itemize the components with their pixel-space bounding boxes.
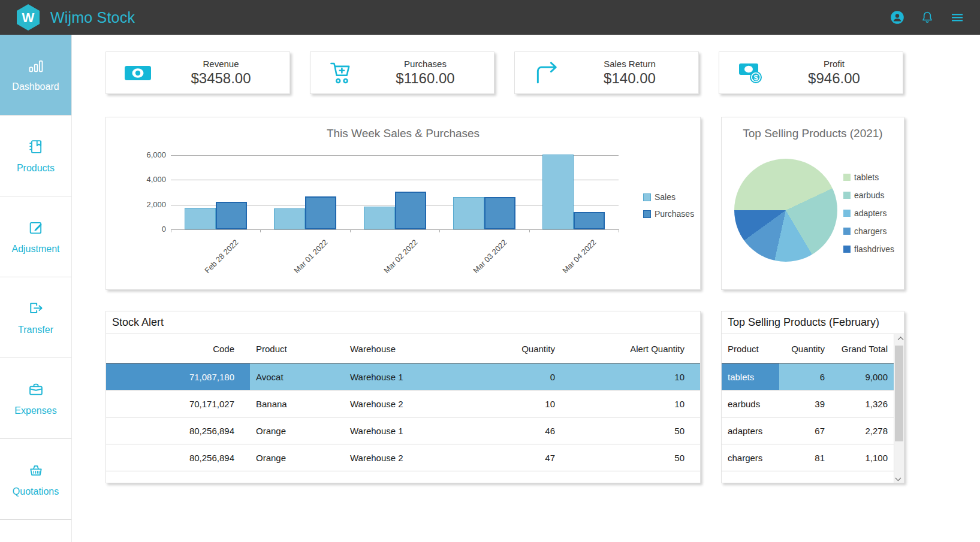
- table-cell[interactable]: 71,087,180: [106, 364, 250, 390]
- kpi-row: Revenue$3458.00Purchases$1160.00Sales Re…: [105, 52, 980, 94]
- sidebar-item-label: Quotations: [13, 486, 59, 497]
- table-cell[interactable]: 80,256,894: [106, 453, 250, 463]
- kpi-value: $3458.00: [191, 70, 251, 87]
- wijmo-logo-icon: W: [16, 4, 41, 31]
- sidebar-item-label: Transfer: [18, 325, 53, 335]
- sidebar-item-products[interactable]: Products: [0, 116, 71, 196]
- table-cell[interactable]: 50: [571, 426, 700, 436]
- legend-swatch: [643, 210, 651, 218]
- legend-swatch: [643, 193, 651, 201]
- quotations-icon: [28, 462, 44, 481]
- sidebar-item-label: Dashboard: [12, 81, 59, 92]
- table-row[interactable]: earbuds391,326: [722, 390, 894, 417]
- table-cell[interactable]: 47: [449, 453, 571, 463]
- table-cell[interactable]: Warehouse 2: [344, 453, 449, 463]
- table-header-row: CodeProductWarehouseQuantityAlert Quanti…: [106, 334, 700, 364]
- column-header-product[interactable]: Product: [250, 344, 344, 354]
- table-cell[interactable]: 9,000: [831, 364, 894, 390]
- hamburger-menu-icon[interactable]: [950, 10, 964, 25]
- sidebar-item-transfer[interactable]: Transfer: [0, 277, 71, 358]
- table-cell[interactable]: 10: [449, 399, 571, 409]
- charts-row: This Week Sales & Purchases 6,0004,0002,…: [105, 117, 980, 290]
- column-header-code[interactable]: Code: [106, 344, 250, 354]
- app-root: W Wijmo Stock: [0, 0, 980, 542]
- table-cell[interactable]: Avocat: [250, 364, 344, 390]
- x-axis-category-label: Feb 28 2022: [170, 238, 240, 308]
- table-row[interactable]: 80,256,894OrangeWarehouse 24750: [106, 444, 700, 471]
- legend-item-earbuds: earbuds: [843, 190, 894, 200]
- table-cell[interactable]: 10: [571, 364, 700, 390]
- table-row[interactable]: chargers811,100: [722, 444, 894, 471]
- sidebar-item-adjustment[interactable]: Adjustment: [0, 196, 71, 277]
- vertical-scrollbar[interactable]: [894, 334, 904, 483]
- column-header-warehouse[interactable]: Warehouse: [344, 344, 449, 354]
- column-header-alert-quantity[interactable]: Alert Quantity: [571, 344, 700, 354]
- adjustment-icon: [28, 219, 44, 238]
- legend-swatch: [843, 174, 851, 181]
- table-cell[interactable]: adapters: [722, 426, 779, 436]
- table-cell[interactable]: 0: [449, 364, 571, 390]
- table-cell[interactable]: 67: [779, 426, 831, 436]
- sidebar-item-dashboard[interactable]: Dashboard: [0, 35, 71, 116]
- legend-swatch: [843, 246, 851, 253]
- sidebar-item-label: Products: [17, 163, 55, 174]
- column-header-product[interactable]: Product: [722, 344, 779, 354]
- table-row[interactable]: 70,171,027BananaWarehouse 21010: [106, 390, 700, 417]
- table-title: Stock Alert: [106, 311, 700, 334]
- main-content: Revenue$3458.00Purchases$1160.00Sales Re…: [72, 35, 980, 542]
- svg-text:$: $: [753, 73, 758, 81]
- kpi-value: $1160.00: [396, 70, 454, 87]
- scrollbar-thumb[interactable]: [895, 346, 903, 441]
- table-cell[interactable]: earbuds: [722, 399, 779, 409]
- table-row[interactable]: tablets69,000: [722, 364, 894, 390]
- table-title: Top Selling Products (February): [722, 311, 904, 334]
- table-cell[interactable]: 1,100: [831, 453, 894, 463]
- column-header-grand-total[interactable]: Grand Total: [831, 344, 894, 354]
- notifications-bell-icon[interactable]: [920, 10, 934, 25]
- sidebar-item-label: Adjustment: [11, 244, 59, 255]
- svg-text:W: W: [22, 10, 35, 25]
- x-axis-tick: [260, 229, 261, 232]
- y-axis-tick-label: 0: [129, 225, 166, 234]
- table-cell[interactable]: 39: [779, 399, 831, 409]
- scrollbar-up-button[interactable]: [894, 334, 904, 344]
- table-cell[interactable]: 10: [571, 399, 700, 409]
- table-cell[interactable]: Warehouse 1: [344, 364, 449, 390]
- table-cell[interactable]: 81: [779, 453, 831, 463]
- column-header-quantity[interactable]: Quantity: [449, 344, 571, 354]
- table-cell[interactable]: 46: [449, 426, 571, 436]
- bar-sales-mar-04-2022: [542, 155, 574, 229]
- table-row[interactable]: adapters672,278: [722, 417, 894, 444]
- kpi-card-profit: $Profit$946.00: [719, 52, 903, 94]
- table-row[interactable]: 80,256,894OrangeWarehouse 14650: [106, 417, 700, 444]
- scrollbar-down-button[interactable]: [894, 473, 904, 483]
- table-cell[interactable]: Warehouse 2: [344, 399, 449, 409]
- table-cell[interactable]: Banana: [250, 399, 344, 409]
- cart-plus-icon: [310, 61, 373, 85]
- table-cell[interactable]: tablets: [722, 364, 779, 390]
- table-cell[interactable]: 1,326: [831, 399, 894, 409]
- table-cell[interactable]: chargers: [722, 453, 779, 463]
- table-cell[interactable]: 70,171,027: [106, 399, 250, 409]
- table-cell[interactable]: 6: [779, 364, 831, 390]
- sidebar-item-quotations[interactable]: Quotations: [0, 439, 71, 520]
- kpi-card-purchases: Purchases$1160.00: [310, 52, 494, 94]
- table-cell[interactable]: Orange: [250, 453, 344, 463]
- kpi-label: Purchases: [404, 59, 447, 69]
- column-header-quantity[interactable]: Quantity: [779, 344, 831, 354]
- x-axis-tick: [529, 229, 530, 232]
- user-account-icon[interactable]: [890, 10, 904, 25]
- legend-label: adapters: [854, 208, 886, 218]
- table-cell[interactable]: 80,256,894: [106, 426, 250, 436]
- legend-label: tablets: [854, 172, 879, 182]
- table-row[interactable]: 71,087,180AvocatWarehouse 1010: [106, 364, 700, 390]
- bar-purchases-mar-02-2022: [395, 192, 426, 229]
- app-header: W Wijmo Stock: [0, 0, 980, 35]
- sidebar-item-expenses[interactable]: Expenses: [0, 358, 71, 439]
- table-cell[interactable]: Warehouse 1: [344, 426, 449, 436]
- table-cell[interactable]: 2,278: [831, 426, 894, 436]
- table-cell[interactable]: 50: [571, 453, 700, 463]
- legend-item-flashdrives: flashdrives: [843, 244, 894, 254]
- table-cell[interactable]: Orange: [250, 426, 344, 436]
- products-icon: [28, 138, 44, 158]
